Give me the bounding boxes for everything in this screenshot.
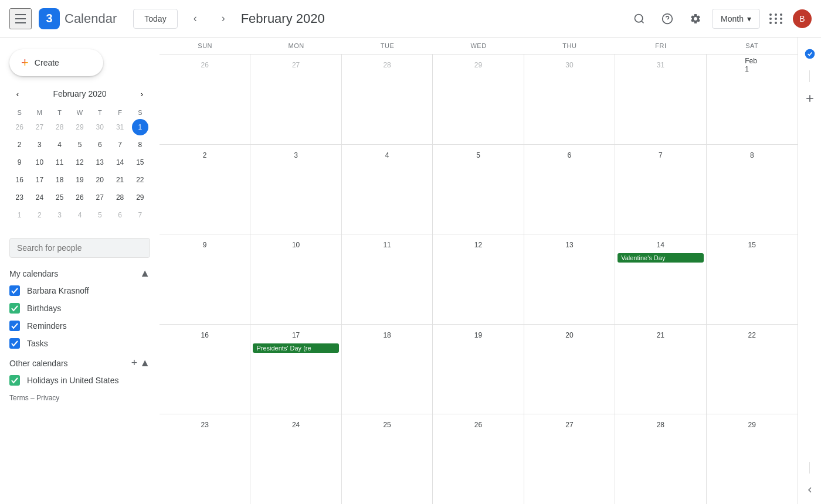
calendar-item-reminders[interactable]: Reminders	[0, 317, 160, 335]
mini-day[interactable]: 19	[72, 172, 88, 188]
day-cell[interactable]: 26	[160, 55, 250, 144]
day-number[interactable]: 28	[653, 418, 667, 432]
mini-day[interactable]: 10	[31, 154, 48, 171]
day-cell[interactable]: 7	[615, 145, 706, 234]
presidents-day-event[interactable]: Presidents' Day (re	[253, 343, 338, 353]
avatar[interactable]: B	[793, 9, 812, 28]
day-cell[interactable]: 12	[433, 234, 524, 324]
day-cell[interactable]: 4	[342, 145, 433, 234]
day-cell[interactable]: 19	[433, 325, 524, 414]
day-number[interactable]: 19	[471, 328, 485, 342]
mini-day[interactable]: 6	[91, 137, 108, 153]
mini-day[interactable]: 15	[132, 154, 148, 171]
valentines-day-event[interactable]: Valentine's Day	[618, 253, 703, 263]
mini-day-today[interactable]: 1	[132, 119, 148, 135]
day-number[interactable]: 25	[380, 418, 394, 432]
day-cell[interactable]: 14 Valentine's Day	[615, 234, 706, 324]
calendar-checkbox-reminders[interactable]	[9, 321, 20, 331]
day-number[interactable]: 23	[198, 418, 212, 432]
create-button[interactable]: + Create	[9, 49, 103, 76]
day-number[interactable]: 2	[198, 148, 212, 162]
mini-day[interactable]: 1	[11, 207, 28, 223]
day-cell[interactable]: 13	[524, 234, 615, 324]
day-number[interactable]: 27	[562, 418, 576, 432]
mini-day[interactable]: 18	[52, 172, 68, 188]
mini-day[interactable]: 6	[112, 207, 128, 223]
mini-day[interactable]: 27	[31, 119, 48, 135]
search-people-input[interactable]	[9, 238, 150, 258]
mini-day[interactable]: 31	[112, 119, 128, 135]
mini-day[interactable]: 26	[72, 189, 88, 206]
day-cell[interactable]: 24	[250, 414, 341, 504]
day-cell[interactable]: 21	[615, 325, 706, 414]
day-number[interactable]: 13	[562, 238, 576, 252]
day-number[interactable]: 27	[289, 58, 303, 72]
today-button[interactable]: Today	[133, 9, 177, 29]
add-other-calendar-icon[interactable]: +	[131, 357, 138, 369]
mini-day[interactable]: 14	[112, 154, 128, 171]
day-number[interactable]: 11	[380, 238, 394, 252]
my-calendars-section[interactable]: My calendars ▲	[0, 263, 160, 282]
privacy-link[interactable]: Privacy	[36, 394, 59, 402]
day-number[interactable]: 20	[562, 328, 576, 342]
day-number[interactable]: 31	[653, 58, 667, 72]
mini-day[interactable]: 9	[11, 154, 28, 171]
mini-day[interactable]: 2	[31, 207, 48, 223]
mini-day[interactable]: 13	[91, 154, 108, 171]
day-number[interactable]: 26	[198, 58, 212, 72]
search-button[interactable]	[627, 7, 651, 30]
mini-day[interactable]: 29	[72, 119, 88, 135]
calendar-item-barbara[interactable]: Barbara Krasnoff	[0, 282, 160, 299]
terms-link[interactable]: Terms	[9, 394, 29, 402]
mini-day[interactable]: 16	[11, 172, 28, 188]
mini-day[interactable]: 24	[31, 189, 48, 206]
day-number[interactable]: 10	[289, 238, 303, 252]
calendar-checkbox-birthdays[interactable]	[9, 303, 20, 314]
day-cell[interactable]: 2	[160, 145, 250, 234]
mini-day[interactable]: 4	[52, 137, 68, 153]
day-cell[interactable]: 31	[615, 55, 706, 144]
mini-day[interactable]: 22	[132, 172, 148, 188]
day-cell[interactable]: 22	[707, 325, 798, 414]
day-cell[interactable]: 18	[342, 325, 433, 414]
day-number[interactable]: 29	[745, 418, 759, 432]
day-cell[interactable]: 20	[524, 325, 615, 414]
next-month-button[interactable]: ›	[213, 8, 234, 29]
day-number[interactable]: 30	[562, 58, 576, 72]
day-number[interactable]: 4	[380, 148, 394, 162]
day-number[interactable]: Feb 1	[745, 58, 759, 72]
day-number[interactable]: 29	[471, 58, 485, 72]
calendar-checkbox-holidays[interactable]	[9, 375, 20, 386]
day-number[interactable]: 28	[380, 58, 394, 72]
mini-prev-button[interactable]: ‹	[9, 86, 26, 102]
day-number[interactable]: 8	[745, 148, 759, 162]
help-button[interactable]	[656, 7, 679, 30]
day-number[interactable]: 26	[471, 418, 485, 432]
mini-next-button[interactable]: ›	[134, 86, 150, 102]
day-cell[interactable]: 23	[160, 414, 250, 504]
day-cell[interactable]: 26	[433, 414, 524, 504]
day-number[interactable]: 18	[380, 328, 394, 342]
mini-day[interactable]: 5	[72, 137, 88, 153]
calendar-checkbox-tasks[interactable]	[9, 338, 20, 349]
day-number[interactable]: 21	[653, 328, 667, 342]
day-number[interactable]: 6	[562, 148, 576, 162]
mini-day[interactable]: 8	[132, 137, 148, 153]
day-cell[interactable]: 16	[160, 325, 250, 414]
day-cell[interactable]: 25	[342, 414, 433, 504]
mini-day[interactable]: 26	[11, 119, 28, 135]
menu-button[interactable]	[9, 8, 32, 29]
day-number[interactable]: 3	[289, 148, 303, 162]
day-cell[interactable]: 6	[524, 145, 615, 234]
day-number[interactable]: 5	[471, 148, 485, 162]
settings-button[interactable]	[684, 7, 707, 30]
day-cell[interactable]: 8	[707, 145, 798, 234]
day-cell[interactable]: 27	[524, 414, 615, 504]
mini-day[interactable]: 5	[91, 207, 108, 223]
apps-button[interactable]	[765, 7, 788, 30]
other-calendars-section[interactable]: Other calendars + ▲	[0, 352, 160, 372]
mini-day[interactable]: 11	[52, 154, 68, 171]
mini-day[interactable]: 7	[132, 207, 148, 223]
day-number[interactable]: 7	[653, 148, 667, 162]
mini-day[interactable]: 25	[52, 189, 68, 206]
